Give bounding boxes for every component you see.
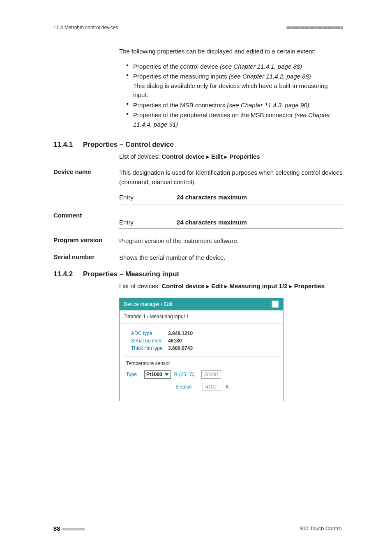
- temp-sensor-title: Temperature sensor: [126, 361, 279, 366]
- breadcrumb: List of devices: Control device ▶ Edit ▶…: [119, 153, 343, 160]
- section-heading-11-4-2: 11.4.2 Properties – Measuring input: [53, 270, 343, 278]
- list-item: Properties of the measuring inputs (see …: [127, 72, 343, 100]
- comment-entry-table: Entry24 characters maximum: [119, 216, 343, 229]
- list-item: Properties of the control device (see Ch…: [127, 62, 343, 72]
- info-row: Thick film type3.680.0743: [131, 345, 279, 352]
- type-label: Type: [126, 372, 141, 377]
- b-field[interactable]: 4100: [203, 383, 222, 391]
- serial-number-desc: Shows the serial number of the device.: [119, 253, 343, 263]
- program-version-label: Program version: [53, 236, 119, 243]
- program-version-desc: Program version of the instrument softwa…: [119, 236, 343, 246]
- device-name-desc: This designation is used for identificat…: [119, 168, 343, 187]
- bullet-list: Properties of the control device (see Ch…: [119, 62, 343, 130]
- dialog-title: Device manager / Edit: [124, 301, 172, 307]
- product-name: 900 Touch Control: [300, 525, 343, 532]
- r-field[interactable]: 30000: [201, 370, 221, 379]
- serial-number-label: Serial number: [53, 253, 119, 260]
- comment-label: Comment: [53, 212, 119, 219]
- header-decoration: ■■■■■■■■■■■■■■■■■■■■■■: [286, 25, 343, 30]
- list-item: Properties of the peripheral devices on …: [127, 111, 343, 129]
- close-icon[interactable]: [272, 301, 279, 308]
- b-unit: K: [226, 384, 229, 390]
- b-label: B value: [175, 384, 199, 390]
- device-name-label: Device name: [53, 168, 119, 175]
- header-section: 11.4 Metrohm control devices: [53, 25, 118, 30]
- section-heading-11-4-1: 11.4.1 Properties – Control device: [53, 141, 343, 149]
- chevron-down-icon: [165, 373, 169, 376]
- intro-text: The following properties can be displaye…: [119, 47, 343, 56]
- info-row: ADC type3.848.1210: [131, 330, 279, 337]
- type-dropdown[interactable]: Pt1000: [144, 370, 171, 379]
- dialog-screenshot: Device manager / Edit Titrando 1 / Measu…: [119, 298, 284, 401]
- device-name-entry-table: Entry24 characters maximum: [119, 191, 343, 204]
- breadcrumb: List of devices: Control device ▶ Edit ▶…: [119, 282, 343, 289]
- info-row: Serial number46180: [131, 337, 279, 345]
- page-number: 88■■■■■■■■: [53, 525, 85, 532]
- dialog-subtitle: Titrando 1 / Measuring input 1: [120, 310, 283, 324]
- r-label: R (25 °C): [174, 372, 198, 377]
- list-item: Properties of the MSB connectors (see Ch…: [127, 101, 343, 110]
